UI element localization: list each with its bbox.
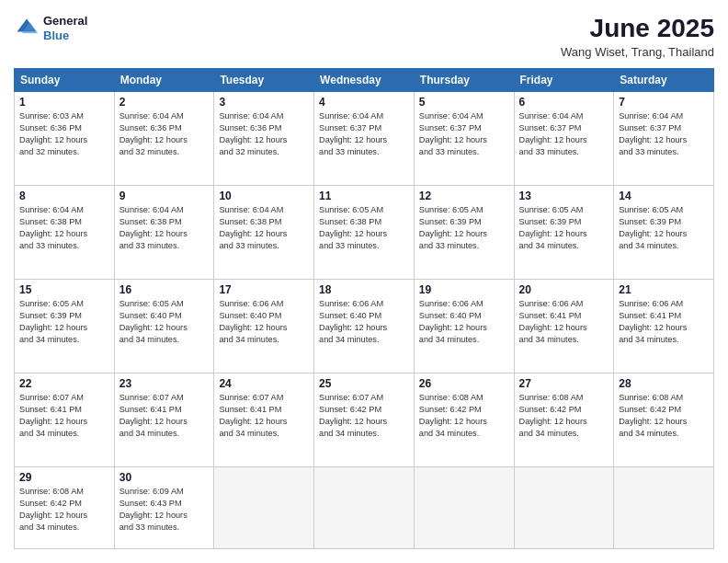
sunset-label: Sunset: 6:36 PM (219, 123, 281, 132)
header: General Blue June 2025 Wang Wiset, Trang… (14, 14, 714, 59)
daylight-label: Daylight: 12 hours (219, 135, 287, 144)
day-number: 10 (219, 190, 309, 202)
daylight-minutes: and 34 minutes. (519, 335, 579, 344)
table-row: 10 Sunrise: 6:04 AM Sunset: 6:38 PM Dayl… (214, 186, 314, 280)
table-row: 27 Sunrise: 6:08 AM Sunset: 6:42 PM Dayl… (514, 373, 614, 467)
daylight-label: Daylight: 12 hours (19, 417, 87, 426)
day-info: Sunrise: 6:04 AM Sunset: 6:36 PM Dayligh… (219, 110, 309, 158)
sunset-label: Sunset: 6:38 PM (319, 217, 381, 226)
logo-icon (14, 16, 40, 41)
day-info: Sunrise: 6:06 AM Sunset: 6:41 PM Dayligh… (519, 298, 609, 346)
day-info: Sunrise: 6:05 AM Sunset: 6:39 PM Dayligh… (619, 204, 709, 252)
day-number: 20 (519, 283, 609, 296)
daylight-minutes: and 33 minutes. (419, 241, 479, 250)
table-row: 19 Sunrise: 6:06 AM Sunset: 6:40 PM Dayl… (414, 280, 514, 373)
sunset-label: Sunset: 6:41 PM (519, 311, 582, 320)
day-info: Sunrise: 6:04 AM Sunset: 6:37 PM Dayligh… (419, 110, 509, 158)
daylight-label: Daylight: 12 hours (19, 229, 87, 238)
day-info: Sunrise: 6:05 AM Sunset: 6:39 PM Dayligh… (519, 204, 609, 252)
sunrise-label: Sunrise: 6:06 AM (519, 299, 584, 308)
daylight-label: Daylight: 12 hours (319, 135, 387, 144)
day-number: 24 (219, 377, 309, 390)
sunset-label: Sunset: 6:38 PM (219, 217, 281, 226)
day-number: 27 (519, 377, 609, 390)
daylight-label: Daylight: 12 hours (319, 323, 387, 332)
daylight-label: Daylight: 12 hours (419, 323, 487, 332)
sunrise-label: Sunrise: 6:04 AM (119, 205, 184, 214)
day-info: Sunrise: 6:06 AM Sunset: 6:41 PM Dayligh… (619, 298, 709, 346)
day-number: 11 (319, 190, 409, 202)
table-row: 1 Sunrise: 6:03 AM Sunset: 6:36 PM Dayli… (15, 92, 115, 186)
daylight-label: Daylight: 12 hours (519, 323, 587, 332)
day-number: 26 (419, 377, 509, 390)
day-info: Sunrise: 6:08 AM Sunset: 6:42 PM Dayligh… (19, 486, 109, 534)
day-info: Sunrise: 6:04 AM Sunset: 6:38 PM Dayligh… (219, 204, 309, 252)
sunrise-label: Sunrise: 6:07 AM (319, 393, 383, 402)
daylight-label: Daylight: 12 hours (119, 417, 188, 426)
sunset-label: Sunset: 6:37 PM (319, 123, 381, 132)
daylight-label: Daylight: 12 hours (619, 229, 687, 238)
col-friday: Friday (514, 69, 614, 92)
sunset-label: Sunset: 6:39 PM (19, 311, 82, 320)
day-number: 3 (219, 96, 309, 109)
daylight-label: Daylight: 12 hours (219, 229, 287, 238)
sunrise-label: Sunrise: 6:09 AM (119, 487, 184, 496)
table-row: 16 Sunrise: 6:05 AM Sunset: 6:40 PM Dayl… (114, 280, 214, 373)
day-info: Sunrise: 6:08 AM Sunset: 6:42 PM Dayligh… (619, 392, 709, 440)
col-saturday: Saturday (614, 69, 714, 92)
daylight-minutes: and 33 minutes. (419, 147, 479, 156)
sunset-label: Sunset: 6:42 PM (519, 405, 582, 414)
sunrise-label: Sunrise: 6:05 AM (19, 299, 84, 308)
daylight-label: Daylight: 12 hours (119, 135, 188, 144)
day-info: Sunrise: 6:07 AM Sunset: 6:42 PM Dayligh… (319, 392, 409, 440)
daylight-label: Daylight: 12 hours (619, 323, 687, 332)
calendar-week-4: 22 Sunrise: 6:07 AM Sunset: 6:41 PM Dayl… (15, 373, 714, 467)
daylight-label: Daylight: 12 hours (619, 417, 687, 426)
location: Wang Wiset, Trang, Thailand (561, 45, 714, 59)
daylight-minutes: and 33 minutes. (119, 523, 179, 532)
sunrise-label: Sunrise: 6:06 AM (219, 299, 283, 308)
daylight-minutes: and 34 minutes. (19, 523, 79, 532)
table-row: 2 Sunrise: 6:04 AM Sunset: 6:36 PM Dayli… (114, 92, 214, 186)
sunrise-label: Sunrise: 6:05 AM (119, 299, 184, 308)
daylight-label: Daylight: 12 hours (219, 417, 287, 426)
daylight-minutes: and 33 minutes. (619, 147, 678, 156)
sunrise-label: Sunrise: 6:05 AM (319, 205, 383, 214)
sunrise-label: Sunrise: 6:06 AM (419, 299, 483, 308)
table-row (314, 467, 415, 549)
sunset-label: Sunset: 6:41 PM (619, 311, 681, 320)
daylight-minutes: and 33 minutes. (319, 147, 379, 156)
table-row: 24 Sunrise: 6:07 AM Sunset: 6:41 PM Dayl… (214, 373, 314, 467)
day-info: Sunrise: 6:07 AM Sunset: 6:41 PM Dayligh… (19, 392, 109, 440)
day-info: Sunrise: 6:06 AM Sunset: 6:40 PM Dayligh… (319, 298, 409, 346)
sunset-label: Sunset: 6:37 PM (519, 123, 582, 132)
daylight-minutes: and 33 minutes. (319, 241, 379, 250)
calendar: Sunday Monday Tuesday Wednesday Thursday… (14, 68, 714, 549)
table-row: 23 Sunrise: 6:07 AM Sunset: 6:41 PM Dayl… (114, 373, 214, 467)
sunrise-label: Sunrise: 6:04 AM (419, 111, 483, 121)
table-row (514, 467, 614, 549)
day-number: 16 (119, 283, 210, 296)
sunrise-label: Sunrise: 6:08 AM (519, 393, 584, 402)
day-number: 29 (19, 471, 109, 484)
daylight-minutes: and 34 minutes. (119, 429, 179, 438)
day-info: Sunrise: 6:03 AM Sunset: 6:36 PM Dayligh… (19, 110, 109, 158)
day-number: 5 (419, 96, 509, 109)
table-row: 3 Sunrise: 6:04 AM Sunset: 6:36 PM Dayli… (214, 92, 314, 186)
table-row: 28 Sunrise: 6:08 AM Sunset: 6:42 PM Dayl… (614, 373, 714, 467)
daylight-minutes: and 34 minutes. (419, 335, 479, 344)
sunrise-label: Sunrise: 6:05 AM (619, 205, 683, 214)
daylight-label: Daylight: 12 hours (419, 135, 487, 144)
sunrise-label: Sunrise: 6:06 AM (319, 299, 383, 308)
sunset-label: Sunset: 6:41 PM (119, 405, 182, 414)
daylight-label: Daylight: 12 hours (19, 323, 87, 332)
table-row: 25 Sunrise: 6:07 AM Sunset: 6:42 PM Dayl… (314, 373, 415, 467)
table-row: 6 Sunrise: 6:04 AM Sunset: 6:37 PM Dayli… (514, 92, 614, 186)
sunrise-label: Sunrise: 6:08 AM (419, 393, 483, 402)
sunset-label: Sunset: 6:40 PM (119, 311, 182, 320)
day-number: 25 (319, 377, 409, 390)
table-row: 30 Sunrise: 6:09 AM Sunset: 6:43 PM Dayl… (114, 467, 214, 549)
table-row: 12 Sunrise: 6:05 AM Sunset: 6:39 PM Dayl… (414, 186, 514, 280)
daylight-minutes: and 34 minutes. (19, 429, 79, 438)
sunrise-label: Sunrise: 6:07 AM (119, 393, 184, 402)
